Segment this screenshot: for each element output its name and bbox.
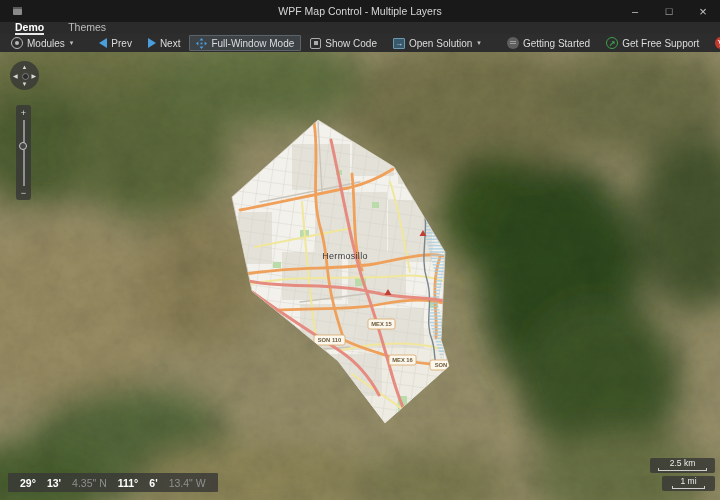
support-label: Get Free Support — [622, 38, 699, 49]
full-window-mode-button[interactable]: Full-Window Mode — [189, 35, 301, 51]
zoom-slider-thumb[interactable] — [19, 142, 27, 150]
pan-south-icon[interactable]: ▼ — [22, 81, 28, 87]
zoom-out-button[interactable]: − — [16, 188, 31, 198]
road-shield-son110: SON 110 — [314, 335, 345, 345]
app-window: WPF Map Control - Multiple Layers – □ × … — [0, 0, 720, 500]
zoom-slider-track[interactable] — [23, 120, 25, 186]
prev-label: Prev — [111, 38, 132, 49]
modules-label: Modules — [27, 38, 65, 49]
getting-started-button[interactable]: Getting Started — [500, 35, 597, 51]
get-free-support-button[interactable]: ↗ Get Free Support — [599, 35, 706, 51]
latitude-degrees: 29° — [20, 477, 36, 489]
cart-icon — [715, 37, 720, 49]
compass-control[interactable]: ▲ ▼ ◀ ▶ — [10, 61, 39, 90]
tab-themes[interactable]: Themes — [68, 21, 106, 34]
scale-kilometers: 2.5 km — [650, 458, 715, 473]
open-solution-label: Open Solution — [409, 38, 472, 49]
svg-text:SON 110: SON 110 — [318, 337, 342, 343]
next-arrow-icon — [148, 38, 156, 48]
city-label: Hermosillo — [322, 251, 368, 261]
open-solution-button[interactable]: → Open Solution ▾ — [386, 35, 488, 51]
window-controls: – □ × — [618, 0, 720, 22]
svg-text:MEX 15: MEX 15 — [371, 321, 392, 327]
road-shield-mex16: MEX 16 — [389, 355, 416, 365]
scale-km-label: 2.5 km — [670, 459, 696, 468]
prev-arrow-icon — [99, 38, 107, 48]
longitude-minutes: 6' — [149, 477, 157, 489]
modules-button[interactable]: Modules ▾ — [4, 35, 80, 51]
code-icon — [310, 38, 321, 49]
scale-mi-bracket — [672, 486, 705, 489]
svg-text:MEX 16: MEX 16 — [392, 357, 413, 363]
getting-started-icon — [507, 37, 519, 49]
window-title: WPF Map Control - Multiple Layers — [0, 5, 720, 17]
buy-now-button[interactable]: Buy Now — [708, 35, 720, 51]
zoom-slider[interactable]: + − — [16, 105, 31, 200]
open-solution-icon: → — [393, 38, 405, 49]
svg-text:SON: SON — [435, 362, 448, 368]
modules-icon — [11, 37, 23, 49]
latitude-seconds: 4.35" N — [72, 477, 107, 489]
coordinates-bar: 29° 13' 4.35" N 111° 6' 13.4" W — [8, 473, 218, 492]
show-code-label: Show Code — [325, 38, 377, 49]
pan-west-icon[interactable]: ◀ — [13, 73, 18, 79]
minimize-button[interactable]: – — [618, 0, 652, 22]
longitude-degrees: 111° — [118, 477, 139, 489]
next-label: Next — [160, 38, 181, 49]
getting-started-label: Getting Started — [523, 38, 590, 49]
support-icon: ↗ — [606, 37, 618, 49]
latitude-minutes: 13' — [47, 477, 61, 489]
road-shield-mex15: MEX 15 — [368, 319, 395, 329]
menu-bar: Demo Themes — [0, 22, 720, 34]
zoom-in-button[interactable]: + — [16, 108, 31, 118]
full-window-mode-label: Full-Window Mode — [211, 38, 294, 49]
scale-miles: 1 mi — [662, 476, 715, 491]
title-bar: WPF Map Control - Multiple Layers – □ × — [0, 0, 720, 22]
next-button[interactable]: Next — [141, 35, 188, 51]
pan-north-icon[interactable]: ▲ — [22, 64, 28, 70]
maximize-button[interactable]: □ — [652, 0, 686, 22]
scale-mi-label: 1 mi — [680, 477, 696, 486]
prev-button[interactable]: Prev — [92, 35, 139, 51]
toolbar: Modules ▾ Prev Next Full-Window Mode Sho… — [0, 34, 720, 52]
show-code-button[interactable]: Show Code — [303, 35, 384, 51]
chevron-down-icon: ▾ — [477, 39, 481, 47]
close-button[interactable]: × — [686, 0, 720, 22]
tab-demo[interactable]: Demo — [15, 21, 44, 34]
expand-arrows-icon — [196, 38, 207, 49]
chevron-down-icon: ▾ — [70, 39, 74, 47]
map-viewport[interactable]: MEX 15 SON 110 MEX 16 SON Hermosillo — [0, 52, 720, 500]
pan-east-icon[interactable]: ▶ — [31, 73, 36, 79]
longitude-seconds: 13.4" W — [169, 477, 206, 489]
scale-km-bracket — [658, 468, 707, 471]
map-canvas: MEX 15 SON 110 MEX 16 SON Hermosillo — [0, 52, 720, 500]
